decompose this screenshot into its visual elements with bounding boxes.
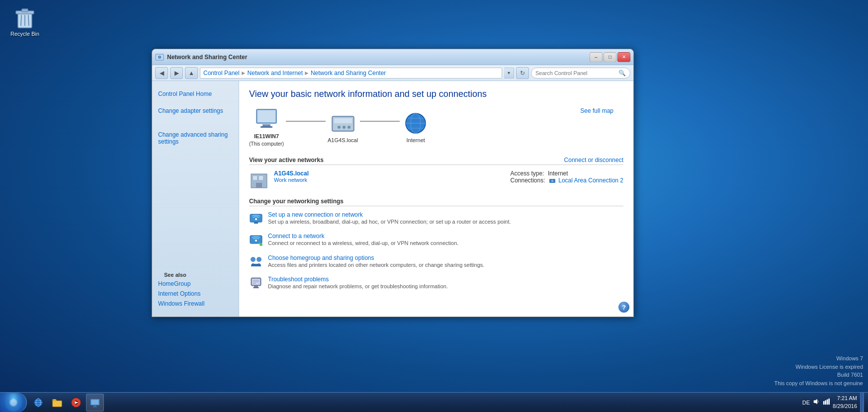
- homegroup-icon: [249, 254, 263, 268]
- change-settings-section: Change your networking settings: [249, 198, 623, 291]
- taskbar-explorer-button[interactable]: [48, 394, 66, 412]
- recycle-bin-label: Recycle Bin: [10, 31, 39, 37]
- taskbar-network-icon[interactable]: [823, 398, 830, 407]
- taskbar: DE 7:21 AM 8/29/2016: [0, 392, 868, 412]
- sidebar-item-control-panel-home[interactable]: Control Panel Home: [158, 89, 233, 99]
- address-bar: ◀ ▶ ▲ Control Panel ► Network and Intern…: [152, 65, 633, 81]
- network-line-2: [360, 121, 400, 122]
- window-title: Network and Sharing Center: [167, 54, 590, 61]
- settings-text-3: Troubleshoot problems Diagnose and repai…: [268, 276, 623, 290]
- sidebar-item-change-adapter[interactable]: Change adapter settings: [158, 106, 233, 116]
- svg-rect-43: [253, 287, 259, 288]
- show-desktop-button[interactable]: [860, 393, 864, 412]
- main-content: View your basic network information and …: [239, 81, 633, 317]
- see-full-map-link[interactable]: See full map: [580, 107, 613, 114]
- svg-point-16: [343, 126, 346, 129]
- watermark-line3: Build 7601: [774, 371, 863, 379]
- sidebar-see-also: See also HomeGroup Internet Options Wind…: [152, 266, 239, 311]
- sidebar-item-windows-firewall[interactable]: Windows Firewall: [158, 299, 233, 309]
- taskbar-language: DE: [802, 400, 810, 406]
- address-path[interactable]: Control Panel ► Network and Internet ► N…: [200, 68, 502, 79]
- taskbar-media-button[interactable]: [67, 394, 85, 412]
- search-box[interactable]: 🔍: [531, 68, 630, 79]
- svg-rect-60: [823, 401, 825, 405]
- svg-point-15: [338, 126, 341, 129]
- refresh-button[interactable]: ↻: [516, 67, 529, 79]
- svg-rect-14: [334, 118, 352, 123]
- title-bar-icon: [155, 53, 164, 62]
- connect-disconnect-link[interactable]: Connect or disconnect: [564, 157, 623, 164]
- troubleshoot-desc: Diagnose and repair network problems, or…: [268, 283, 448, 289]
- setup-connection-link[interactable]: Set up a new connection or network: [268, 211, 623, 218]
- sidebar-item-change-advanced[interactable]: Change advanced sharing settings: [158, 130, 233, 147]
- network-node-middle: A1G4S.local: [328, 111, 358, 143]
- title-buttons: – □ ✕: [590, 52, 630, 62]
- setup-connection-icon: [249, 211, 263, 225]
- network-node-computer: IE11WIN7 (This computer): [249, 107, 284, 147]
- sidebar-item-homegroup[interactable]: HomeGroup: [158, 279, 233, 289]
- connections-icon: [549, 177, 557, 184]
- homegroup-link[interactable]: Choose homegroup and sharing options: [268, 254, 623, 261]
- search-input[interactable]: [535, 70, 616, 76]
- settings-text-0: Set up a new connection or network Set u…: [268, 211, 623, 226]
- taskbar-volume-icon[interactable]: [813, 398, 820, 407]
- svg-rect-25: [259, 176, 263, 180]
- access-type-value: Internet: [548, 170, 568, 177]
- svg-rect-31: [254, 222, 258, 224]
- svg-point-28: [551, 180, 553, 182]
- troubleshoot-link[interactable]: Troubleshoot problems: [268, 276, 623, 283]
- svg-rect-63: [828, 399, 830, 405]
- help-button[interactable]: ?: [618, 302, 629, 313]
- page-title: View your basic network information and …: [249, 89, 623, 99]
- internet-label: Internet: [407, 137, 425, 143]
- sidebar: Control Panel Home Change adapter settin…: [152, 81, 239, 317]
- sidebar-item-internet-options[interactable]: Internet Options: [158, 289, 233, 299]
- up-button[interactable]: ▲: [185, 67, 198, 79]
- network-node-internet: Internet: [402, 111, 430, 143]
- active-networks-section: View your active networks Connect or dis…: [249, 157, 623, 190]
- connect-network-link[interactable]: Connect to a network: [268, 233, 623, 240]
- network-type-label[interactable]: Work network: [274, 177, 496, 183]
- network-device-icon: [329, 111, 357, 135]
- address-dropdown[interactable]: ▾: [504, 68, 514, 79]
- recycle-bin[interactable]: Recycle Bin: [7, 5, 42, 37]
- search-go-button[interactable]: 🔍: [618, 69, 626, 77]
- minimize-button[interactable]: –: [590, 52, 603, 62]
- window-body: Control Panel Home Change adapter settin…: [152, 81, 633, 317]
- svg-rect-62: [827, 400, 828, 405]
- taskbar-ie-button[interactable]: [29, 394, 47, 412]
- connections-label: Connections:: [511, 177, 545, 184]
- network-map: IE11WIN7 (This computer): [249, 107, 623, 147]
- internet-icon: [402, 111, 430, 135]
- svg-point-30: [255, 218, 257, 220]
- connections-value[interactable]: Local Area Connection 2: [558, 177, 623, 184]
- taskbar-clock[interactable]: 7:21 AM 8/29/2016: [833, 395, 857, 410]
- start-button[interactable]: [0, 393, 27, 412]
- svg-line-3: [21, 15, 21, 26]
- clock-time: 7:21 AM: [833, 395, 857, 402]
- path-network-sharing[interactable]: Network and Sharing Center: [311, 70, 386, 77]
- sidebar-main-links: Control Panel Home Change adapter settin…: [152, 87, 239, 149]
- close-button[interactable]: ✕: [617, 52, 630, 62]
- active-network-row: A1G4S.local Work network Access type: In…: [249, 170, 623, 190]
- svg-rect-26: [256, 183, 262, 188]
- taskbar-network-button[interactable]: [86, 394, 104, 412]
- network-name-label[interactable]: A1G4S.local: [274, 170, 496, 177]
- svg-rect-57: [93, 405, 96, 407]
- svg-marker-59: [814, 399, 817, 405]
- title-bar: Network and Sharing Center – □ ✕: [152, 49, 633, 65]
- watermark-line2: Windows License is expired: [774, 363, 863, 371]
- maximize-button[interactable]: □: [604, 52, 616, 62]
- svg-rect-9: [258, 110, 275, 122]
- path-network-internet[interactable]: Network and Internet: [248, 70, 303, 77]
- homegroup-desc: Access files and printers located on oth…: [268, 262, 484, 268]
- back-button[interactable]: ◀: [155, 67, 168, 79]
- connect-network-desc: Connect or reconnect to a wireless, wire…: [268, 240, 458, 246]
- forward-button[interactable]: ▶: [170, 67, 183, 79]
- settings-item-3: Troubleshoot problems Diagnose and repai…: [249, 276, 623, 290]
- svg-rect-50: [53, 401, 62, 407]
- network-access-info: Access type: Internet Connections:: [511, 170, 624, 184]
- svg-rect-2: [22, 9, 28, 12]
- computer-name: IE11WIN7: [254, 133, 279, 139]
- path-control-panel[interactable]: Control Panel: [203, 70, 240, 77]
